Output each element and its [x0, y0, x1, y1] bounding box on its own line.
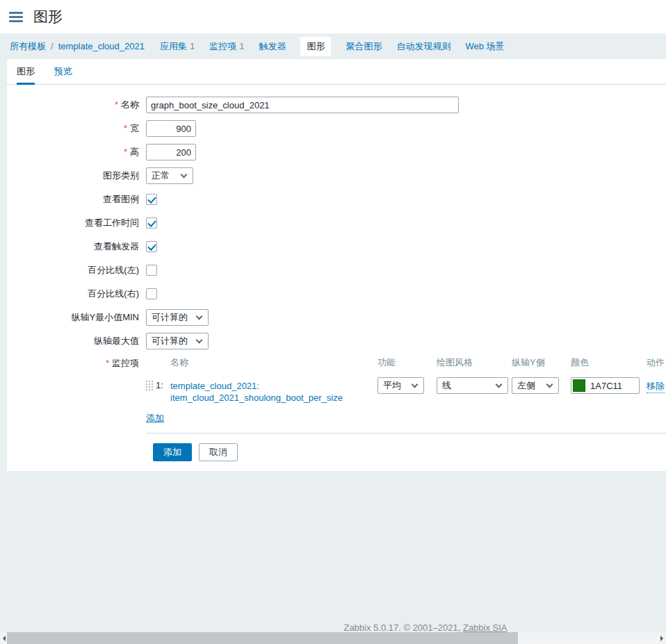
breadcrumb-separator: / — [51, 41, 54, 51]
chevron-down-icon — [196, 313, 203, 320]
name-label: 名称 — [7, 97, 146, 113]
height-row: 高 — [7, 144, 666, 160]
cancel-button[interactable]: 取消 — [199, 443, 238, 461]
chevron-down-icon — [196, 336, 203, 343]
table-row-name-cell: template_cloud_2021:item_cloud_2021_shou… — [170, 377, 377, 404]
graph-type-label: 图形类别 — [7, 167, 146, 184]
tab-preview[interactable]: 预览 — [54, 59, 72, 85]
y-side-select[interactable]: 左侧 — [512, 377, 559, 394]
show-legend-checkbox[interactable] — [146, 194, 157, 205]
show-legend-row: 查看图例 — [7, 191, 666, 208]
color-value: 1A7C11 — [585, 381, 622, 391]
items-label: 监控项 — [7, 356, 146, 369]
y-min-row: 纵轴Y最小值MIN 可计算的 — [7, 309, 666, 326]
add-button[interactable]: 添加 — [153, 443, 192, 461]
chevron-down-icon — [412, 381, 419, 388]
y-min-label: 纵轴Y最小值MIN — [7, 309, 146, 326]
y-min-value: 可计算的 — [152, 311, 188, 324]
chevron-down-icon — [496, 381, 503, 388]
show-triggers-checkbox[interactable] — [146, 241, 157, 252]
nav-triggers[interactable]: 触发器 — [259, 40, 286, 53]
items-table: 名称 功能 绘图风格 纵轴Y侧 颜色 动作 1: template_cloud_… — [146, 356, 666, 434]
show-triggers-label: 查看触发器 — [7, 238, 146, 255]
nav-items[interactable]: 监控项1 — [209, 40, 244, 53]
name-input[interactable] — [146, 97, 459, 113]
form-tabs: 图形 预览 — [7, 59, 666, 85]
action-cell: 移除 — [647, 377, 666, 393]
viewport: 图形 所有模板 / template_cloud_2021 应用集1 监控项1 … — [0, 0, 666, 644]
site-footer: Zabbix 5.0.17. © 2001–2021, Zabbix SIA — [0, 471, 666, 633]
graph-type-row: 图形类别 正常 — [7, 167, 666, 184]
nav-graphs-active: 图形 — [300, 37, 331, 56]
page-header: 图形 — [0, 0, 666, 33]
page-title: 图形 — [33, 7, 63, 26]
form-actions: 添加 取消 — [153, 434, 666, 461]
page: 图形 所有模板 / template_cloud_2021 应用集1 监控项1 … — [0, 0, 666, 633]
y-min-select[interactable]: 可计算的 — [146, 309, 209, 326]
nav-discovery-rules[interactable]: 自动发现规则 — [396, 40, 450, 53]
height-label: 高 — [7, 144, 146, 160]
drag-handle-icon[interactable] — [146, 381, 156, 390]
breadcrumb: 所有模板 / template_cloud_2021 应用集1 监控项1 触发器… — [0, 33, 666, 59]
scroll-right-arrow[interactable] — [658, 632, 666, 644]
y-max-row: 纵轴最大值 可计算的 — [7, 333, 666, 349]
chevron-down-icon — [181, 171, 188, 178]
y-max-label: 纵轴最大值 — [7, 333, 146, 349]
column-header-color: 颜色 — [571, 356, 647, 377]
y-max-select[interactable]: 可计算的 — [146, 333, 209, 349]
percentile-left-checkbox[interactable] — [146, 265, 157, 276]
draw-style-cell: 线 — [437, 377, 512, 394]
column-header-action: 动作 — [647, 356, 666, 377]
column-header-y-side: 纵轴Y侧 — [512, 356, 571, 377]
chevron-down-icon — [546, 381, 553, 388]
nav-screens[interactable]: 聚合图形 — [346, 40, 382, 53]
column-header-name: 名称 — [170, 356, 377, 377]
footer-zabbix-sia-link[interactable]: Zabbix SIA — [463, 622, 507, 633]
hamburger-menu-icon[interactable] — [9, 12, 23, 22]
function-cell: 平均 — [377, 377, 437, 394]
color-picker[interactable]: 1A7C11 — [571, 377, 640, 394]
column-header-draw-style: 绘图风格 — [437, 356, 512, 377]
remove-item-link[interactable]: 移除 — [647, 380, 665, 393]
breadcrumb-template-link[interactable]: template_cloud_2021 — [58, 41, 145, 51]
y-side-cell: 左侧 — [512, 377, 571, 394]
right-arrow-icon — [660, 636, 666, 641]
graph-form-card: 图形 预览 名称 宽 高 图形类别 — [7, 59, 666, 471]
show-legend-label: 查看图例 — [7, 191, 146, 208]
column-header-function: 功能 — [377, 356, 437, 377]
show-working-time-row: 查看工作时间 — [7, 215, 666, 231]
scrollbar-thumb[interactable] — [7, 632, 518, 644]
graph-type-select[interactable]: 正常 — [146, 167, 193, 184]
horizontal-scrollbar[interactable] — [0, 632, 666, 644]
items-count: 1 — [239, 41, 244, 51]
draw-style-value: 线 — [442, 379, 451, 392]
color-swatch[interactable] — [573, 379, 585, 392]
color-cell: 1A7C11 — [571, 377, 647, 394]
breadcrumb-all-templates[interactable]: 所有模板 — [10, 40, 46, 53]
name-row: 名称 — [7, 97, 666, 113]
percentile-left-label: 百分比线(左) — [7, 262, 146, 279]
graph-form: 名称 宽 高 图形类别 正常 — [7, 85, 666, 471]
footer-text: Zabbix 5.0.17. © 2001–2021, — [343, 622, 462, 633]
add-item-link[interactable]: 添加 — [146, 412, 164, 424]
tab-graph[interactable]: 图形 — [17, 59, 35, 85]
y-side-value: 左侧 — [517, 379, 535, 392]
item-link[interactable]: template_cloud_2021:item_cloud_2021_shou… — [170, 377, 343, 404]
percentile-right-checkbox[interactable] — [146, 288, 157, 299]
show-working-time-checkbox[interactable] — [146, 217, 157, 229]
left-arrow-icon — [0, 636, 6, 641]
nav-web-scenarios[interactable]: Web 场景 — [465, 40, 504, 53]
width-row: 宽 — [7, 120, 666, 137]
y-max-value: 可计算的 — [152, 335, 188, 347]
function-select[interactable]: 平均 — [377, 377, 424, 394]
nav-applications[interactable]: 应用集1 — [160, 40, 195, 53]
percentile-right-label: 百分比线(右) — [7, 286, 146, 302]
applications-count: 1 — [190, 41, 195, 51]
percentile-left-row: 百分比线(左) — [7, 262, 666, 279]
graph-type-value: 正常 — [152, 170, 170, 182]
width-input[interactable] — [146, 120, 196, 137]
height-input[interactable] — [146, 144, 196, 160]
items-row: 监控项 名称 功能 绘图风格 纵轴Y侧 颜色 动作 1: — [7, 356, 666, 434]
item-row-number: 1: — [156, 377, 170, 390]
draw-style-select[interactable]: 线 — [437, 377, 508, 394]
